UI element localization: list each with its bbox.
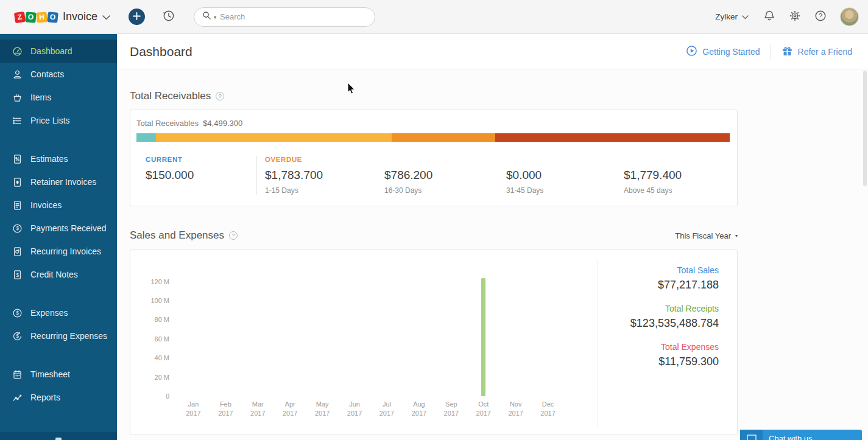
divider — [771, 44, 771, 59]
refer-a-friend-link[interactable]: Refer a Friend — [782, 45, 852, 58]
app-root: ZOHO Invoice — [0, 0, 868, 440]
sidebar-item-estimates[interactable]: Estimates — [0, 147, 117, 170]
search-bar[interactable]: ▾ — [194, 7, 375, 27]
sidebar-item-label: Retainer Invoices — [30, 177, 96, 187]
chat-bubble-icon — [740, 430, 763, 440]
doc-refresh-icon — [12, 246, 23, 257]
sidebar-item-contacts[interactable]: Contacts — [0, 63, 117, 86]
x-axis-label: Jun2017 — [339, 400, 371, 419]
receivable-col-amount: $1,779.400 — [624, 169, 730, 182]
sidebar-collapse-bar[interactable] — [0, 432, 117, 440]
x-axis-label: Feb2017 — [210, 400, 242, 419]
svg-text:$: $ — [16, 225, 19, 231]
product-name: Invoice — [63, 10, 97, 23]
receivable-col-2: $786.20016-30 Days — [376, 156, 498, 195]
sidebar-item-recurring-expenses[interactable]: $Recurring Expenses — [0, 324, 117, 347]
fiscal-period-select[interactable]: This Fiscal Year ▾ — [675, 231, 738, 240]
person-icon — [12, 69, 23, 80]
refer-a-friend-label: Refer a Friend — [798, 47, 852, 57]
doc-dollar-icon: $ — [12, 270, 23, 280]
sidebar-item-payments-received[interactable]: $Payments Received — [0, 217, 117, 240]
zoho-logo[interactable]: ZOHO Invoice — [15, 10, 110, 23]
trend-icon — [12, 393, 23, 403]
total-block: Total Expenses$11,759.300 — [598, 342, 719, 368]
y-axis-tick: 20 M — [155, 374, 169, 381]
sidebar-item-credit-notes[interactable]: $Credit Notes — [0, 263, 117, 286]
salesexp-heading: Sales and Expenses — [130, 229, 224, 242]
x-axis-label: May2017 — [306, 400, 339, 419]
recent-history-button[interactable] — [162, 9, 175, 24]
receivable-col-label: CURRENT — [146, 156, 256, 164]
sidebar-item-retainer-invoices[interactable]: Retainer Invoices — [0, 170, 117, 194]
sidebar-item-reports[interactable]: Reports — [0, 386, 117, 409]
help-tooltip-icon[interactable]: ? — [229, 231, 238, 240]
aging-segment-overdue-1-15[interactable] — [156, 133, 391, 142]
scrollbar-thumb[interactable] — [863, 71, 867, 186]
svg-text:$: $ — [16, 333, 19, 339]
y-axis-tick: 0 — [166, 393, 169, 400]
page-header-links: Getting Started Refer a Friend — [686, 44, 852, 59]
salesexp-card: 020 M40 M60 M80 M100 M120 M Jan2017Feb20… — [130, 250, 738, 435]
sidebar-item-expenses[interactable]: $Expenses — [0, 301, 117, 324]
bell-icon — [763, 10, 775, 24]
receivable-col-3: $0.00031-45 Days — [498, 156, 616, 195]
topbar-main: ▾ Zylker — [117, 0, 868, 33]
notifications-button[interactable] — [763, 10, 775, 24]
sidebar-item-label: Dashboard — [30, 46, 72, 56]
receivable-col-1: OVERDUE$1,783.7001-15 Days — [257, 156, 376, 195]
topbar: ZOHO Invoice — [0, 0, 868, 34]
receivables-summary: Total Receivables $4,499.300 — [136, 119, 730, 128]
chat-label: Chat with us — [763, 430, 813, 440]
aging-segment-current[interactable] — [136, 133, 156, 142]
help-button[interactable]: ? — [814, 10, 827, 24]
chart-month-axis: Jan2017Feb2017Mar2017Apr2017May2017Jun20… — [177, 400, 564, 419]
sidebar-item-dashboard[interactable]: Dashboard — [0, 40, 117, 63]
doc-plain-icon — [12, 177, 23, 187]
chat-widget[interactable]: Chat with us — [740, 430, 862, 440]
quick-create-button[interactable] — [129, 9, 145, 25]
getting-started-link[interactable]: Getting Started — [686, 45, 760, 58]
sidebar-item-invoices[interactable]: Invoices — [0, 194, 117, 217]
fiscal-period-label: This Fiscal Year — [675, 231, 731, 240]
logo-letter-tile: Z — [14, 12, 26, 23]
settings-button[interactable] — [789, 10, 801, 24]
sidebar-item-items[interactable]: Items — [0, 86, 117, 109]
chart-bar-receipts-oct[interactable] — [481, 278, 485, 396]
receivable-col-amount: $150.000 — [146, 169, 256, 182]
sidebar-item-price-lists[interactable]: Price Lists — [0, 109, 117, 132]
receivable-col-range: Above 45 days — [624, 186, 730, 195]
user-avatar[interactable] — [840, 7, 859, 26]
receivable-col-label: OVERDUE — [265, 156, 376, 164]
sidebar-item-label: Invoices — [30, 200, 62, 210]
total-amount: $11,759.300 — [598, 355, 719, 368]
y-axis-tick: 80 M — [155, 316, 169, 323]
x-axis-label: Dec2017 — [532, 400, 564, 419]
sidebar-item-label: Reports — [30, 393, 60, 402]
search-input[interactable] — [220, 12, 367, 21]
play-circle-icon — [686, 45, 697, 58]
total-amount: $77,217.188 — [598, 279, 719, 292]
x-axis-label: Nov2017 — [499, 400, 532, 419]
sidebar-item-label: Timesheet — [30, 369, 70, 379]
sidebar-item-recurring-invoices[interactable]: Recurring Invoices — [0, 240, 117, 263]
sidebar-item-label: Credit Notes — [30, 270, 78, 279]
total-block: Total Sales$77,217.188 — [598, 265, 719, 292]
x-axis-label: Mar2017 — [242, 400, 274, 419]
page-title: Dashboard — [130, 44, 192, 59]
receivables-aging-bar — [136, 133, 730, 142]
org-switcher[interactable]: Zylker — [715, 12, 749, 21]
gauge-icon — [12, 46, 23, 57]
aging-segment-overdue-above-45[interactable] — [495, 133, 730, 142]
receivables-summary-amount: $4,499.300 — [203, 119, 242, 128]
search-filter-caret-icon[interactable]: ▾ — [214, 15, 216, 20]
calendar-icon — [12, 369, 23, 380]
aging-segment-overdue-16-30[interactable] — [392, 133, 495, 142]
receivables-card: Total Receivables $4,499.300 CURRENT$150… — [130, 110, 738, 206]
total-label: Total Sales — [598, 265, 719, 275]
total-block: Total Receipts$123,535,488.784 — [598, 304, 719, 330]
sidebar-item-timesheet[interactable]: Timesheet — [0, 363, 117, 386]
sidebar-item-label: Estimates — [30, 154, 68, 164]
help-tooltip-icon[interactable]: ? — [216, 92, 224, 100]
salesexp-section-head: Sales and Expenses ? — [130, 229, 238, 242]
question-circle-icon: ? — [814, 10, 827, 24]
